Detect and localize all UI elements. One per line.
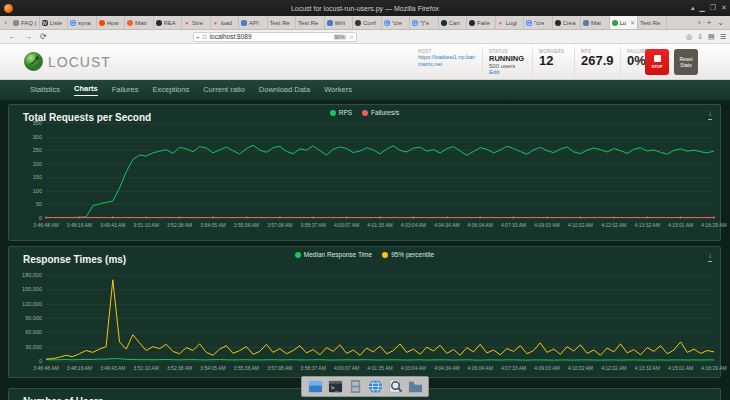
tab-charts[interactable]: Charts bbox=[74, 84, 98, 96]
dock-desktop-icon[interactable] bbox=[307, 379, 323, 395]
y-axis-tick: 60,000 bbox=[25, 329, 46, 335]
menu-hamburger-icon[interactable]: ☰ bbox=[720, 33, 726, 41]
browser-tab[interactable]: Crea bbox=[553, 16, 582, 29]
github-favicon bbox=[469, 20, 475, 26]
legend-item-failures-line[interactable]: Failures/s bbox=[362, 109, 399, 116]
download-chart-icon[interactable]: ↓ bbox=[708, 252, 712, 262]
failures-line-marker bbox=[513, 216, 515, 218]
browser-tab[interactable]: Conf bbox=[353, 16, 382, 29]
x-axis-tick: 4:13:32 AM bbox=[635, 365, 660, 371]
stop-button-label: STOP bbox=[652, 64, 663, 69]
tab-title: FAQ | D bbox=[21, 20, 37, 26]
browser-tab[interactable]: Test Re bbox=[638, 16, 667, 29]
tab-title: Writ bbox=[335, 20, 346, 26]
locust-logo[interactable]: LOCUST bbox=[24, 52, 111, 71]
x-axis-tick: 4:12:02 AM bbox=[601, 365, 626, 371]
tab-exceptions[interactable]: Exceptions bbox=[152, 85, 189, 96]
url-text[interactable]: localhost:8089 bbox=[210, 33, 333, 40]
pocket-icon[interactable]: ◎ bbox=[686, 33, 692, 41]
dock-search-icon[interactable] bbox=[387, 379, 403, 395]
page-info-icon[interactable]: 🗋 bbox=[202, 34, 208, 40]
x-axis-tick: 4:07:33 AM bbox=[501, 222, 526, 228]
browser-tab[interactable]: WListe bbox=[40, 16, 69, 29]
legend-item-p95-line[interactable]: 95% percentile bbox=[382, 251, 434, 258]
tab-overflow-icon[interactable]: › bbox=[698, 18, 701, 27]
new-tab-button[interactable]: + bbox=[707, 18, 712, 27]
x-axis-tick: 4:09:03 AM bbox=[534, 222, 559, 228]
shield-icon: ◒ bbox=[196, 34, 200, 40]
status-value: RUNNING bbox=[489, 54, 526, 63]
minimize-window-icon[interactable]: ▁ bbox=[699, 4, 704, 12]
tab-statistics[interactable]: Statistics bbox=[30, 85, 60, 96]
bookmark-star-icon[interactable]: ☆ bbox=[349, 33, 354, 40]
y-axis-tick: 100 bbox=[33, 188, 46, 194]
x-axis-tick: 3:55:36 AM bbox=[234, 222, 259, 228]
browser-tab[interactable]: API bbox=[239, 16, 268, 29]
tab-title: API bbox=[249, 20, 259, 26]
browser-tab[interactable]: Matr bbox=[125, 16, 154, 29]
tab-list-icon[interactable]: ⌄ bbox=[717, 18, 724, 27]
browser-tab[interactable]: G"cre bbox=[382, 16, 411, 29]
browser-tab[interactable]: FAQ | D bbox=[11, 16, 40, 29]
x-axis-tick: 4:13:32 AM bbox=[635, 222, 660, 228]
browser-tab[interactable]: How bbox=[97, 16, 126, 29]
y-axis-tick: 90,000 bbox=[25, 315, 46, 321]
close-window-icon[interactable]: ✕ bbox=[721, 4, 727, 12]
tab-close-icon[interactable]: ✕ bbox=[630, 19, 635, 26]
sidebar-icon[interactable]: ▤ bbox=[708, 33, 715, 41]
browser-tab[interactable]: ♥Logi bbox=[496, 16, 525, 29]
browser-tab-active[interactable]: Lo✕ bbox=[610, 16, 639, 29]
browser-tab[interactable]: Faile bbox=[467, 16, 496, 29]
legend-label: Failures/s bbox=[371, 109, 399, 116]
browser-tab[interactable]: REA bbox=[154, 16, 183, 29]
shade-window-icon[interactable]: ▴ bbox=[691, 4, 695, 12]
google-favicon: G bbox=[384, 20, 390, 26]
tab-title: How bbox=[107, 20, 119, 26]
x-axis-tick: 3:51:10 AM bbox=[134, 365, 159, 371]
browser-toolbar: ← → ⟳ ◒ 🗋 localhost:8089 90% ☆ ◎ ⇩ ▤ ☰ bbox=[0, 30, 730, 44]
gridline bbox=[46, 361, 714, 362]
browser-tab[interactable]: G"cre bbox=[524, 16, 553, 29]
tab-failures[interactable]: Failures bbox=[112, 85, 139, 96]
x-axis-tick: 3:51:10 AM bbox=[134, 222, 159, 228]
tab-download-data[interactable]: Download Data bbox=[259, 85, 310, 96]
browser-tab[interactable]: Mat bbox=[581, 16, 610, 29]
tab-current-ratio[interactable]: Current ratio bbox=[203, 85, 245, 96]
dock-terminal-icon[interactable]: >_ bbox=[327, 379, 343, 395]
maximize-window-icon[interactable]: ❒ bbox=[710, 4, 716, 12]
x-axis-tick: 3:57:08 AM bbox=[267, 222, 292, 228]
reload-icon[interactable]: ⟳ bbox=[40, 32, 47, 41]
browser-tab[interactable]: Test Re bbox=[296, 16, 325, 29]
tab-scroll-left-icon[interactable]: ‹ bbox=[0, 16, 11, 29]
browser-tab[interactable]: Gsyna bbox=[68, 16, 97, 29]
downloads-icon[interactable]: ⇩ bbox=[697, 33, 703, 41]
host-link[interactable]: https://loadtest1.rip.bairmatrix.net bbox=[418, 54, 476, 68]
legend-dot bbox=[295, 252, 301, 258]
legend-item-median-line[interactable]: Median Response Time bbox=[295, 251, 372, 258]
download-chart-icon[interactable]: ↓ bbox=[708, 110, 712, 120]
dock-file-cabinet-icon[interactable] bbox=[347, 379, 363, 395]
browser-tab[interactable]: ♥Stre bbox=[182, 16, 211, 29]
legend-label: 95% percentile bbox=[391, 251, 434, 258]
github-favicon bbox=[555, 20, 561, 26]
back-icon[interactable]: ← bbox=[8, 32, 16, 41]
url-input[interactable]: ◒ 🗋 localhost:8089 90% ☆ bbox=[193, 32, 357, 42]
tab-workers[interactable]: Workers bbox=[324, 85, 352, 96]
browser-tab[interactable]: ♥load bbox=[211, 16, 240, 29]
browser-tab[interactable]: Writ bbox=[325, 16, 354, 29]
page-zoom-badge[interactable]: 90% bbox=[333, 34, 347, 40]
stop-button[interactable]: STOP bbox=[645, 49, 669, 75]
tab-title: syna bbox=[78, 20, 91, 26]
browser-tab[interactable]: Test Re bbox=[268, 16, 297, 29]
failures-line-marker bbox=[479, 216, 481, 218]
browser-tab[interactable]: Carr bbox=[439, 16, 468, 29]
tab-title: Matr bbox=[135, 20, 147, 26]
legend-item-rps-line[interactable]: RPS bbox=[330, 109, 352, 116]
dock-file-manager-icon[interactable] bbox=[407, 379, 423, 395]
forward-icon[interactable]: → bbox=[24, 32, 32, 41]
browser-tab[interactable]: G"["e bbox=[410, 16, 439, 29]
reset-stats-button[interactable]: Reset Stats bbox=[674, 49, 698, 75]
x-axis-tick: 4:15:01 AM bbox=[668, 222, 693, 228]
dock-web-browser-icon[interactable] bbox=[367, 379, 383, 395]
edit-users-link[interactable]: Edit bbox=[489, 69, 526, 75]
